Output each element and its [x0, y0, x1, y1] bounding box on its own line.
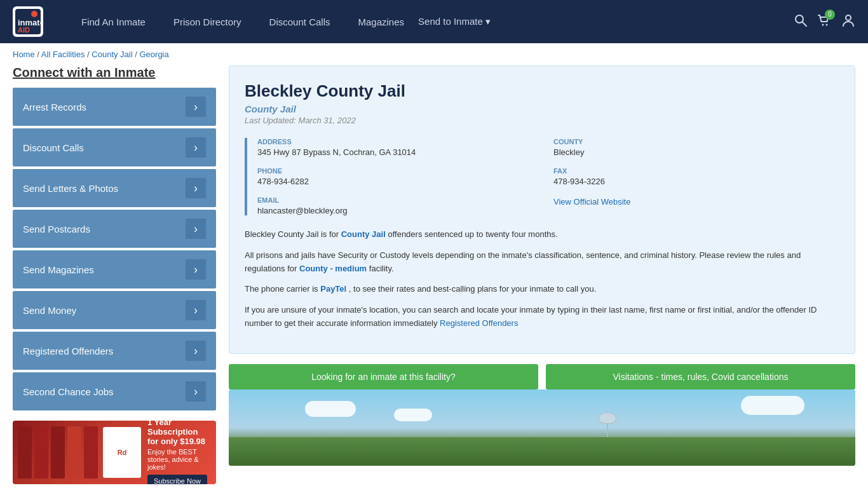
chevron-right-icon: › — [186, 300, 206, 320]
county-value: Bleckley — [553, 147, 839, 157]
chevron-right-icon: › — [186, 137, 206, 158]
fax-value: 478-934-3226 — [553, 177, 839, 186]
nav-discount-calls[interactable]: Discount Calls — [255, 17, 344, 27]
desc-para-2: All prisons and jails have Security or C… — [245, 249, 839, 276]
action-buttons: Looking for an inmate at this facility? … — [229, 364, 855, 390]
ad-text: 1 Year Subscription for only $19.98 Enjo… — [147, 421, 211, 484]
sidebar-item-second-chance-jobs[interactable]: Second Chance Jobs › — [13, 372, 216, 410]
fax-label: FAX — [553, 167, 839, 175]
breadcrumb-home[interactable]: Home — [13, 50, 35, 59]
cart-badge: 0 — [825, 10, 835, 20]
last-updated: Last Updated: March 31, 2022 — [245, 116, 839, 125]
phone-block: PHONE 478-934-6282 — [257, 167, 543, 186]
svg-point-7 — [826, 24, 828, 25]
cloud-2 — [394, 409, 432, 421]
phone-label: PHONE — [257, 167, 543, 175]
sidebar-label-send-postcards: Send Postcards — [23, 224, 90, 234]
ad-title: 1 Year Subscription for only $19.98 — [147, 421, 211, 446]
facility-type: County Jail — [245, 104, 839, 114]
svg-point-4 — [796, 15, 803, 23]
address-value: 345 Hwy 87 Bypass N, Cochran, GA 31014 — [257, 147, 543, 157]
ad-subtitle: Enjoy the BEST stories, advice & jokes! — [147, 448, 211, 471]
header-right: 0 — [794, 13, 855, 30]
svg-point-3 — [31, 11, 37, 17]
chevron-right-icon: › — [186, 97, 206, 117]
paytel-link[interactable]: PayTel — [320, 284, 346, 294]
main-content: Bleckley County Jail County Jail Last Up… — [229, 65, 855, 484]
sidebar-item-discount-calls[interactable]: Discount Calls › — [13, 128, 216, 166]
chevron-right-icon: › — [186, 178, 206, 198]
cloud-1 — [305, 401, 356, 417]
cloud-3 — [741, 396, 804, 415]
header: inmate AID Find An Inmate Prison Directo… — [0, 0, 868, 43]
sidebar-label-send-letters: Send Letters & Photos — [23, 183, 118, 194]
sidebar-title: Connect with an Inmate — [13, 65, 216, 80]
sidebar-label-second-chance-jobs: Second Chance Jobs — [23, 386, 114, 397]
facility-name: Bleckley County Jail — [245, 81, 839, 101]
nav-send-to-inmate[interactable]: Send to Inmate ▾ — [418, 16, 491, 27]
tree-line — [229, 437, 855, 466]
sidebar-label-arrest-records: Arrest Records — [23, 102, 86, 112]
email-label: EMAIL — [257, 196, 543, 204]
chevron-right-icon: › — [186, 219, 206, 239]
sidebar-label-discount-calls: Discount Calls — [23, 142, 84, 153]
main-layout: Connect with an Inmate Arrest Records › … — [0, 65, 868, 488]
view-website-link[interactable]: View Official Website — [553, 197, 630, 207]
ad-rd-logo: Rd — [103, 427, 141, 478]
chevron-right-icon: › — [186, 259, 206, 280]
search-icon[interactable] — [794, 14, 807, 30]
email-value: hlancaster@bleckley.org — [257, 206, 543, 215]
main-nav: Find An Inmate Prison Directory Discount… — [67, 16, 794, 27]
svg-line-5 — [803, 22, 806, 26]
description: Bleckley County Jail is for County Jail … — [245, 228, 839, 330]
info-grid: ADDRESS 345 Hwy 87 Bypass N, Cochran, GA… — [245, 138, 839, 215]
email-block: EMAIL hlancaster@bleckley.org — [257, 196, 543, 215]
logo-icon: inmate AID — [13, 6, 43, 37]
registered-offenders-link[interactable]: Registered Offenders — [440, 318, 518, 328]
user-icon[interactable] — [841, 13, 855, 30]
breadcrumb-all-facilities[interactable]: All Facilities — [41, 50, 85, 59]
chevron-right-icon: › — [186, 341, 206, 361]
sidebar-item-send-postcards[interactable]: Send Postcards › — [13, 210, 216, 248]
county-label: COUNTY — [553, 138, 839, 146]
address-label: ADDRESS — [257, 138, 543, 146]
sidebar-menu: Arrest Records › Discount Calls › Send L… — [13, 88, 216, 410]
county-medium-link[interactable]: County - medium — [299, 264, 367, 273]
breadcrumb-state[interactable]: Georgia — [139, 50, 168, 59]
county-jail-link[interactable]: County Jail — [341, 229, 386, 239]
nav-prison-directory[interactable]: Prison Directory — [159, 17, 255, 27]
facility-card: Bleckley County Jail County Jail Last Up… — [229, 65, 855, 354]
water-tank — [599, 412, 616, 424]
phone-value: 478-934-6282 — [257, 177, 543, 186]
svg-point-8 — [846, 15, 851, 20]
ad-banner[interactable]: Rd 1 Year Subscription for only $19.98 E… — [13, 421, 216, 484]
sidebar-item-arrest-records[interactable]: Arrest Records › — [13, 88, 216, 126]
sidebar-label-send-money: Send Money — [23, 305, 76, 316]
chevron-right-icon: › — [186, 381, 206, 402]
svg-point-6 — [822, 24, 824, 25]
desc-para-4: If you are unsure of your inmate's locat… — [245, 304, 839, 330]
sidebar-item-send-money[interactable]: Send Money › — [13, 291, 216, 329]
county-block: COUNTY Bleckley — [553, 138, 839, 157]
breadcrumb: Home / All Facilities / County Jail / Ge… — [0, 43, 868, 65]
cart-icon[interactable]: 0 — [817, 13, 831, 30]
sidebar: Connect with an Inmate Arrest Records › … — [13, 65, 216, 484]
fax-block: FAX 478-934-3226 — [553, 167, 839, 186]
logo-area[interactable]: inmate AID — [13, 6, 48, 37]
breadcrumb-county-jail[interactable]: County Jail — [92, 50, 132, 59]
nav-find-inmate[interactable]: Find An Inmate — [67, 17, 159, 27]
find-inmate-button[interactable]: Looking for an inmate at this facility? — [229, 364, 538, 390]
nav-magazines[interactable]: Magazines — [344, 17, 418, 27]
visitation-button[interactable]: Visitations - times, rules, Covid cancel… — [546, 364, 855, 390]
svg-text:AID: AID — [18, 26, 30, 34]
sidebar-item-send-letters[interactable]: Send Letters & Photos › — [13, 169, 216, 207]
sidebar-label-send-magazines: Send Magazines — [23, 264, 94, 275]
ad-subscribe-button[interactable]: Subscribe Now — [147, 475, 207, 484]
desc-para-3: The phone carrier is PayTel , to see the… — [245, 283, 839, 296]
sidebar-item-registered-offenders[interactable]: Registered Offenders › — [13, 332, 216, 370]
desc-para-1: Bleckley County Jail is for County Jail … — [245, 228, 839, 241]
address-block: ADDRESS 345 Hwy 87 Bypass N, Cochran, GA… — [257, 138, 543, 157]
sidebar-item-send-magazines[interactable]: Send Magazines › — [13, 250, 216, 288]
sidebar-label-registered-offenders: Registered Offenders — [23, 346, 113, 356]
facility-image — [229, 390, 855, 466]
